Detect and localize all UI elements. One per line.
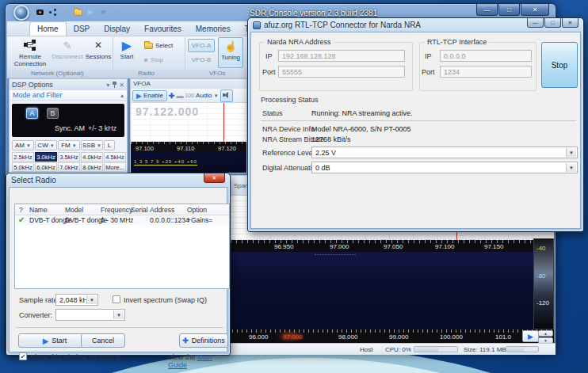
vfo-a-button[interactable]: VFO-A — [188, 39, 215, 52]
filter-6-0khz[interactable]: 6.0kHz — [35, 162, 57, 172]
digital-attenuation-dropdown[interactable]: 0 dB▼ — [311, 162, 578, 173]
invert-spectrum-checkbox[interactable] — [113, 295, 120, 303]
plus-icon: ✚ — [182, 337, 189, 344]
s-meter-scale: 1 3 5 7 9 +20 +40 +60 — [134, 159, 197, 166]
zoom-out-icon[interactable]: ▬ — [176, 92, 183, 100]
rtl-ip-field[interactable]: 0.0.0.0 — [440, 50, 532, 62]
filter-4-0khz[interactable]: 4.0kHz — [81, 152, 103, 162]
group-vfos-caption: VFOs — [209, 70, 225, 77]
start-button[interactable]: ▶ Start — [115, 37, 139, 69]
edit-icon[interactable]: ✎ — [61, 8, 70, 17]
sessions-button[interactable]: ✕ Sessions — [85, 37, 112, 69]
maximize-button[interactable]: □ — [498, 4, 520, 16]
scale-play-button[interactable]: ▶ — [522, 330, 539, 342]
disconnect-button[interactable]: ✎ Disconnect — [50, 37, 85, 69]
stop-button[interactable]: Stop — [541, 42, 578, 88]
hand-icon: ☝ — [224, 38, 237, 54]
remote-connection-button[interactable]: Remote Connection — [12, 37, 48, 69]
host-label: Host — [360, 346, 372, 353]
close-button[interactable]: ✕ — [204, 173, 225, 183]
tab-favourites[interactable]: Favourites — [137, 22, 189, 36]
collapse-icon[interactable]: ▴ — [120, 92, 124, 99]
mode-filter-section-title: Mode and Filter — [13, 91, 63, 99]
tuning-marker — [223, 103, 224, 143]
play-icon: ▶ — [136, 92, 142, 100]
show-startup-checkbox[interactable]: ✔ — [19, 352, 27, 360]
mode-am-button[interactable]: AM▼ — [12, 140, 34, 150]
tab-home[interactable]: Home — [29, 21, 67, 36]
vfo-b-button[interactable]: VFO-B — [188, 53, 215, 67]
waterfall-marker-dots — [315, 254, 356, 255]
status-value: Running: NRA streaming active. — [311, 109, 413, 117]
narda-port-field[interactable]: 55555 — [278, 66, 405, 78]
close-button[interactable]: ✕ — [521, 4, 549, 16]
nra-dialog-body: Narda NRA Address IP 192.168.128.128 Por… — [250, 32, 581, 229]
filter-2-5khz[interactable]: 2.5kHz — [12, 152, 34, 162]
definitions-button[interactable]: ✚ Definitions — [179, 333, 228, 348]
window-title: SDR Console version 2.3 build 2381 — [250, 9, 377, 17]
cpu-progress-bar — [414, 346, 458, 352]
filter-3-0khz[interactable]: 3.0kHz — [35, 152, 57, 162]
tuning-button[interactable]: ☝ Tuning — [218, 37, 243, 68]
zoom-in-icon[interactable]: ✚ — [169, 92, 175, 100]
close-button[interactable]: ✕ — [562, 18, 578, 28]
minimize-button[interactable]: — — [476, 4, 498, 16]
device-value: Model NRA-6000, S/N PT-0005 — [311, 125, 411, 133]
mode-cw-button[interactable]: CW▼ — [35, 140, 57, 150]
vfo-a-toggle[interactable]: A — [26, 108, 38, 119]
chevron-down-icon[interactable]: ▾ — [106, 82, 109, 89]
nra-connector-dialog: afuz.org RTL-TCP Connector for Narda NRA… — [247, 17, 584, 232]
rtl-port-field[interactable]: 1234 — [440, 66, 532, 78]
show-startup-label: Show this window on startup — [30, 353, 120, 361]
sample-rate-dropdown[interactable]: 2,048 kHz▼ — [55, 294, 98, 306]
converter-dropdown[interactable]: ▼ — [55, 309, 125, 321]
stop-button-ribbon[interactable]: ■ Stop — [142, 53, 166, 67]
mode-fm-button[interactable]: FM▼ — [58, 140, 80, 150]
plug-icon: ✎ — [63, 37, 72, 53]
cpu-label: CPU: 0% — [385, 346, 411, 353]
share-icon[interactable] — [48, 8, 57, 17]
reference-level-dropdown[interactable]: 2.25 V▼ — [311, 147, 578, 158]
span-label: Span — [234, 182, 249, 189]
camera-icon[interactable] — [36, 8, 44, 17]
audio-dropdown[interactable]: Audio ▼ — [196, 92, 219, 99]
pin-icon[interactable] — [113, 82, 116, 88]
narda-ip-field[interactable]: 192.168.128.128 — [278, 50, 405, 62]
maximize-button[interactable]: □ — [544, 18, 561, 28]
check-icon: ✔ — [18, 215, 25, 224]
scale-zoom-in-button[interactable]: ▲ — [538, 330, 553, 337]
vfo-b-toggle[interactable]: B — [47, 108, 59, 119]
tab-display[interactable]: Display — [97, 22, 137, 36]
filter-5-0khz[interactable]: 5.0kHz — [12, 162, 34, 172]
play-icon[interactable]: ▶ — [86, 8, 95, 17]
vfoa-panel: VFOA ▶ Enable ✚ ▬ 100 Audio ▼ 97.122.000… — [130, 78, 247, 173]
mute-button[interactable] — [220, 89, 233, 102]
filter-7-0khz[interactable]: 7.0kHz — [58, 162, 80, 172]
filter-more[interactable]: More... — [104, 162, 126, 172]
tab-dsp[interactable]: DSP — [67, 22, 97, 36]
filter-3-5khz[interactable]: 3.5kHz — [58, 152, 80, 162]
minimize-button[interactable]: — — [527, 18, 544, 28]
filter-readout: +/- 3 kHz — [88, 124, 116, 132]
mode-l-button[interactable]: L — [104, 140, 115, 150]
enable-button[interactable]: ▶ Enable — [132, 90, 167, 101]
vfoa-frequency-readout: 97.122.000 — [136, 105, 199, 118]
radio-list-row[interactable]: ✔ DVB-T dongle DVB-T dongle 0 - 30 MHz 0… — [15, 215, 229, 226]
close-icon[interactable]: ✕ — [119, 82, 124, 89]
cancel-button[interactable]: Cancel — [81, 333, 125, 348]
view-guide-text: View the User Guide — [168, 353, 227, 369]
signal-level-scale: -40 -80 -120 — [533, 238, 554, 329]
tab-memories[interactable]: Memories — [189, 22, 238, 36]
radio-list[interactable]: ? Name Model Frequency Serial Address Op… — [14, 204, 230, 289]
vfoa-spectrum[interactable]: 97.122.000 — [131, 102, 246, 142]
filter-4-5khz[interactable]: 4.5kHz — [104, 152, 126, 162]
size-label: Size: 119.1 MB — [464, 346, 506, 353]
dsp-options-panel: DSP Options ▾ ✕ Mode and Filter ▴ A B Sy… — [9, 78, 128, 173]
stop-icon[interactable]: ■ — [99, 8, 108, 17]
filter-8-0khz[interactable]: 8.0kHz — [81, 162, 103, 172]
mode-ssb-button[interactable]: SSB▼ — [81, 140, 103, 150]
select-radio-dialog: Select Radio ✕ ? Name Model Frequency Se… — [6, 173, 231, 356]
window-icon[interactable]: ▫ — [112, 8, 120, 17]
folder-icon[interactable] — [74, 8, 82, 17]
select-button[interactable]: Select — [142, 39, 175, 52]
